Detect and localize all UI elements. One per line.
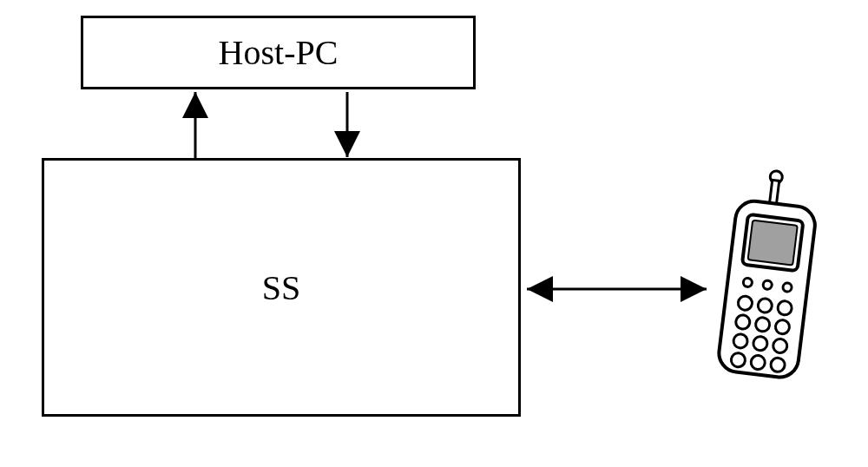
host-pc-label: Host-PC — [219, 32, 339, 73]
ss-box: SS — [42, 158, 521, 417]
phone-icon — [709, 163, 822, 389]
ss-label: SS — [262, 267, 301, 308]
host-pc-box: Host-PC — [81, 16, 476, 89]
svg-rect-7 — [748, 220, 798, 266]
